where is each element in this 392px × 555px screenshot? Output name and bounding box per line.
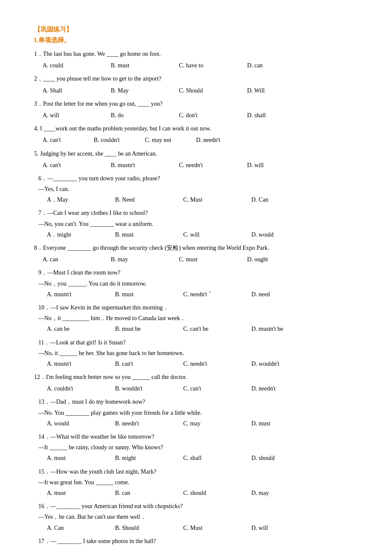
q16-options: A. Can B. Should C. Must D. will xyxy=(47,523,358,533)
q8-options: A. can B. may C. must D. ought xyxy=(43,254,358,265)
question-10: 10．—I saw Kevin in the supermarket this … xyxy=(34,302,358,335)
q11-line2: —No, it ______ be her. She has gone back… xyxy=(38,348,358,358)
q7-option-d: D. would xyxy=(251,229,320,240)
q13-option-b: B. needn't xyxy=(115,418,183,429)
q10-option-a: A. can be xyxy=(47,324,115,334)
q4-option-b: B. couldn't xyxy=(94,135,145,145)
q15-line1: 15．—How was the youth club last night, M… xyxy=(38,466,358,477)
q10-option-c: C. can't be xyxy=(183,324,251,334)
q6-option-c: C. Must xyxy=(183,194,251,205)
q4-text: 4. I ____work out the maths problem yest… xyxy=(34,123,358,134)
q7-option-a: A．might xyxy=(47,229,115,240)
question-8: 8．Everyone ________ go through the secur… xyxy=(34,243,358,265)
q5-options: A. can't B. mustn't C. needn't D. will xyxy=(43,160,358,171)
q11-line1: 11．—Look at that girl! Is it Susan? xyxy=(38,337,358,348)
q2-option-b: B. May xyxy=(111,85,179,96)
q3-option-c: C. don't xyxy=(179,110,247,121)
q17-line1: 17．— ________ I take some photos in the … xyxy=(38,536,358,546)
q15-option-b: B. can xyxy=(115,488,183,498)
q1-options: A. could B. must C. have to D. can xyxy=(43,60,358,71)
q9-option-c: C. needn't ˚ xyxy=(183,289,251,300)
q2-options: A. Shall B. May C. Should D. Will xyxy=(43,85,358,96)
q9-line2: —No，you ______. You can do it tomorrow. xyxy=(38,278,358,289)
subsection-title: I.单项选择。 xyxy=(34,36,358,44)
q14-option-a: A. must xyxy=(47,453,115,463)
q10-line2: —No，it _________ him．He moved to Canada … xyxy=(38,313,358,324)
q2-option-d: D. Will xyxy=(247,85,315,96)
q4-option-c: C. may not xyxy=(145,135,196,145)
question-9: 9．—Must I clean the room now? —No，you __… xyxy=(34,267,358,300)
q9-option-b: B. must xyxy=(115,289,183,300)
section-title: 【巩固练习】 xyxy=(34,26,358,34)
q16-line1: 16．—________ your American friend eat wi… xyxy=(38,501,358,512)
q7-option-b: B. must xyxy=(115,229,183,240)
q2-text: 2．____ you please tell me how to get to … xyxy=(34,73,358,84)
q6-option-b: B. Need xyxy=(115,194,183,205)
q16-line2: —Yes，he can. But he can't use them well． xyxy=(38,512,358,522)
q15-option-d: D. may xyxy=(251,488,320,498)
q7-line2: —No, you can't. You ________ wear a unif… xyxy=(38,219,358,229)
q14-option-d: D. should xyxy=(251,453,320,463)
q9-option-d: D. need xyxy=(251,289,320,300)
q6-option-d: D. Can xyxy=(251,194,320,205)
q12-option-a: A. couldn't xyxy=(47,383,115,394)
q14-line1: 14．—What will the weather be like tomorr… xyxy=(38,431,358,442)
q15-line2: —It was great fun. You ______ come. xyxy=(38,477,358,488)
q13-option-c: C. may xyxy=(183,418,251,429)
q9-line1: 9．—Must I clean the room now? xyxy=(38,267,358,278)
q1-option-c: C. have to xyxy=(179,60,247,71)
q2-option-c: C. Should xyxy=(179,85,247,96)
q9-options: A. mustn't B. must C. needn't ˚ D. need xyxy=(47,289,358,300)
question-5: 5. Judging by her accent, she ____ be an… xyxy=(34,148,358,171)
q4-options: A. can't B. couldn't C. may not D. needn… xyxy=(43,135,358,145)
q8-option-b: B. may xyxy=(111,254,179,265)
q7-line1: 7．—Can I wear any clothes I like to scho… xyxy=(38,208,358,218)
question-7: 7．—Can I wear any clothes I like to scho… xyxy=(34,208,358,240)
q15-option-c: C. should xyxy=(183,488,251,498)
q5-text: 5. Judging by her accent, she ____ be an… xyxy=(34,148,358,159)
q11-option-a: A. mustn't xyxy=(47,358,115,369)
q3-text: 3．Post the letter for me when you go out… xyxy=(34,98,358,109)
q7-option-c: C. will xyxy=(183,229,251,240)
q12-option-b: B. wouldn't xyxy=(115,383,183,394)
q11-options: A. mustn't B. can't C. needn't D. wouldn… xyxy=(47,358,358,369)
question-12: 12．I'm feeling much better now so you __… xyxy=(34,372,358,394)
question-2: 2．____ you please tell me how to get to … xyxy=(34,73,358,95)
q11-option-d: D. wouldn't xyxy=(251,358,320,369)
q12-option-d: D. needn't xyxy=(251,383,320,394)
q14-option-b: B. might xyxy=(115,453,183,463)
q5-option-d: D. will xyxy=(247,160,315,171)
q8-option-c: C. must xyxy=(179,254,247,265)
q13-options: A. would B. needn't C. may D. must xyxy=(47,418,358,429)
q13-option-d: D. must xyxy=(251,418,320,429)
q8-text: 8．Everyone ________ go through the secur… xyxy=(34,243,358,253)
question-3: 3．Post the letter for me when you go out… xyxy=(34,98,358,121)
q3-option-d: D. shall xyxy=(247,110,315,121)
q11-option-b: B. can't xyxy=(115,358,183,369)
q16-option-a: A. Can xyxy=(47,523,115,533)
q14-option-c: C. shall xyxy=(183,453,251,463)
q12-options: A. couldn't B. wouldn't C. can't D. need… xyxy=(47,383,358,394)
q10-options: A. can be B. must be C. can't be D. must… xyxy=(47,324,358,334)
q1-text: 1．The last bus has gone. We ____ go home… xyxy=(34,49,358,59)
question-4: 4. I ____work out the maths problem yest… xyxy=(34,123,358,145)
q7-options: A．might B. must C. will D. would xyxy=(47,229,358,240)
q10-option-b: B. must be xyxy=(115,324,183,334)
q5-option-b: B. mustn't xyxy=(111,160,179,171)
q11-option-c: C. needn't xyxy=(183,358,251,369)
q5-option-c: C. needn't xyxy=(179,160,247,171)
q3-options: A. will B. do C. don't D. shall xyxy=(43,110,358,121)
q10-option-d: D. mustn't be xyxy=(251,324,320,334)
question-15: 15．—How was the youth club last night, M… xyxy=(34,466,358,499)
q1-option-b: B. must xyxy=(111,60,179,71)
q16-option-d: D. will xyxy=(251,523,320,533)
q10-line1: 10．—I saw Kevin in the supermarket this … xyxy=(38,302,358,313)
q6-line2: —Yes, I can. xyxy=(38,184,358,194)
section-wrapper: 【巩固练习】 I.单项选择。 1．The last bus has gone. … xyxy=(34,26,358,546)
q15-option-a: A. must xyxy=(47,488,115,498)
question-1: 1．The last bus has gone. We ____ go home… xyxy=(34,49,358,71)
q4-option-d: D. needn't xyxy=(196,135,247,145)
q8-option-a: A. can xyxy=(43,254,111,265)
q6-line1: 6．—________ you turn down your radio, pl… xyxy=(38,173,358,184)
q16-option-b: B. Should xyxy=(115,523,183,533)
